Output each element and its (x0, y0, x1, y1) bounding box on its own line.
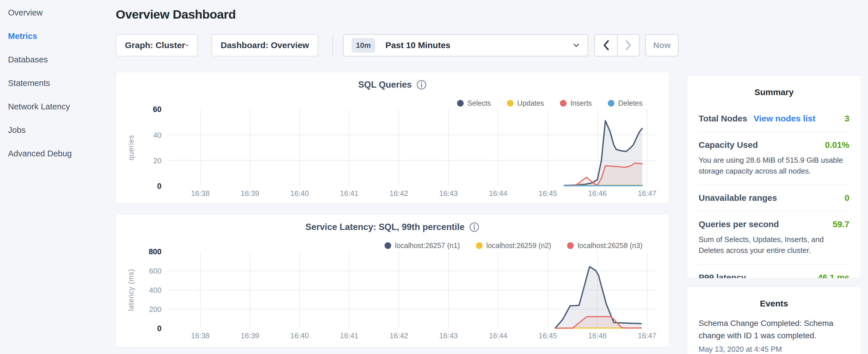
legend-item-localhost-26257-n1: localhost:26257 (n1) (384, 242, 460, 250)
summary-row-capacity-used: Capacity Used0.01%You are using 28.6 MiB… (699, 131, 849, 185)
summary-row-value: 0 (844, 193, 849, 203)
sidebar-item-overview[interactable]: Overview (8, 8, 116, 18)
svg-text:16:39: 16:39 (241, 189, 259, 197)
summary-row-description: Sum of Selects, Updates, Inserts, and De… (699, 234, 849, 256)
legend-dot (608, 100, 614, 106)
summary-row-value: 0.01% (825, 140, 849, 150)
sidebar-item-advanced-debug[interactable]: Advanced Debug (8, 149, 116, 158)
svg-text:16:47: 16:47 (638, 189, 656, 197)
svg-text:200: 200 (149, 305, 161, 313)
chevron-left-icon (602, 40, 610, 51)
summary-row-head: P99 latency46.1 ms (699, 273, 849, 279)
summary-row-label: Queries per second (699, 219, 779, 229)
event-timestamp: May 13, 2020 at 4:45 PM (699, 345, 849, 354)
chart-legend: SelectsUpdatesInsertsDeletes (457, 99, 643, 107)
svg-text:600: 600 (149, 267, 161, 275)
summary-card: Summary Total NodesView nodes list3Capac… (687, 75, 861, 279)
legend-label: localhost:26257 (n1) (395, 242, 460, 250)
legend-label: Deletes (618, 99, 643, 107)
legend-label: Selects (467, 99, 491, 107)
svg-text:queries: queries (127, 135, 135, 160)
sidebar-item-metrics[interactable]: Metrics (8, 32, 116, 41)
now-button[interactable]: Now (645, 34, 679, 57)
events-title: Events (699, 299, 849, 309)
svg-text:16:43: 16:43 (439, 332, 458, 340)
right-panel: Summary Total NodesView nodes list3Capac… (679, 0, 868, 354)
legend-dot (457, 100, 464, 106)
svg-text:16:40: 16:40 (290, 332, 309, 340)
chart-title: SQL Queries (358, 79, 412, 90)
events-list: Schema Change Completed: Schema change w… (699, 317, 849, 354)
summary-row-head: Capacity Used0.01% (699, 140, 849, 150)
svg-text:400: 400 (149, 286, 161, 294)
info-icon[interactable] (416, 79, 427, 90)
dashboard-dropdown-label: Dashboard: Overview (221, 40, 309, 50)
summary-row-head: Unavailable ranges0 (699, 193, 849, 203)
events-card: Events Schema Change Completed: Schema c… (687, 286, 861, 354)
legend-dot (384, 242, 391, 249)
time-range-badge: 10m (351, 38, 375, 53)
summary-row-head: Queries per second59.7 (699, 219, 849, 229)
legend-item-localhost-26259-n2: localhost:26259 (n2) (476, 242, 551, 250)
event-text: Schema Change Completed: Schema change w… (699, 317, 849, 342)
svg-text:16:47: 16:47 (638, 332, 656, 340)
legend-label: Updates (517, 99, 544, 107)
view-nodes-link[interactable]: View nodes list (753, 114, 815, 123)
svg-text:0: 0 (157, 324, 162, 333)
legend-label: localhost:26259 (n2) (486, 242, 551, 250)
legend-dot (507, 100, 514, 106)
legend-item-selects: Selects (457, 99, 491, 107)
chevron-right-icon (625, 40, 632, 51)
legend-dot (560, 100, 566, 106)
summary-row-description: You are using 28.6 MiB of 515.9 GiB usab… (699, 155, 849, 176)
prev-time-button[interactable] (595, 35, 617, 56)
summary-row-head: Total NodesView nodes list3 (699, 114, 849, 123)
sidebar-item-jobs[interactable]: Jobs (8, 125, 116, 135)
summary-row-value: 59.7 (833, 219, 849, 229)
chart-header: Service Latency: SQL, 99th percentile (116, 222, 669, 232)
summary-row-label: Unavailable ranges (699, 193, 777, 203)
svg-text:16:43: 16:43 (439, 189, 458, 197)
summary-row-label: P99 latency (699, 273, 746, 279)
svg-text:20: 20 (153, 157, 162, 165)
svg-text:0: 0 (157, 182, 162, 190)
svg-text:60: 60 (153, 105, 162, 114)
info-icon[interactable] (469, 222, 479, 232)
time-range-selector[interactable]: 10m Past 10 Minutes (343, 34, 588, 57)
summary-row-value: 3 (844, 114, 849, 123)
service-latency-chart-card: Service Latency: SQL, 99th percentile lo… (116, 214, 669, 347)
sidebar-item-databases[interactable]: Databases (8, 55, 116, 64)
chart-plot[interactable]: 16:3816:3916:4016:4116:4216:4316:4416:45… (116, 72, 669, 203)
svg-text:16:44: 16:44 (489, 189, 507, 197)
legend-label: localhost:26258 (n3) (578, 242, 643, 250)
svg-text:16:41: 16:41 (340, 332, 359, 340)
summary-row-unavailable-ranges: Unavailable ranges0 (699, 185, 849, 211)
chart-title: Service Latency: SQL, 99th percentile (306, 222, 465, 232)
time-range-label: Past 10 Minutes (385, 40, 563, 50)
main-content: Overview Dashboard Graph: Cluster Dashbo… (116, 0, 679, 354)
summary-title: Summary (699, 87, 849, 97)
svg-text:16:38: 16:38 (191, 332, 210, 340)
chevron-down-icon (185, 43, 189, 47)
summary-row-label: Total Nodes (699, 114, 747, 123)
sql-queries-chart-card: SQL Queries SelectsUpdatesInsertsDeletes… (116, 72, 669, 204)
legend-label: Inserts (570, 99, 592, 107)
chart-plot[interactable]: 16:3816:3916:4016:4116:4216:4316:4416:45… (116, 215, 669, 347)
graph-dropdown[interactable]: Graph: Cluster (116, 34, 198, 57)
legend-item-localhost-26258-n3: localhost:26258 (n3) (567, 242, 643, 250)
svg-text:40: 40 (153, 131, 162, 139)
legend-item-inserts: Inserts (560, 99, 592, 107)
sidebar-item-statements[interactable]: Statements (8, 78, 116, 88)
chevron-down-icon (573, 43, 580, 47)
next-time-button[interactable] (617, 35, 639, 56)
svg-text:16:46: 16:46 (588, 189, 607, 197)
event-item: Schema Change Completed: Schema change w… (699, 317, 849, 354)
sidebar-item-network-latency[interactable]: Network Latency (8, 102, 116, 111)
sidebar-nav: OverviewMetricsDatabasesStatementsNetwor… (0, 0, 116, 354)
dashboard-dropdown[interactable]: Dashboard: Overview (212, 34, 318, 57)
controls-bar: Graph: Cluster Dashboard: Overview 10m P… (116, 34, 679, 57)
summary-row-label: Capacity Used (699, 140, 758, 150)
svg-text:16:45: 16:45 (538, 189, 557, 197)
summary-row-total-nodes: Total NodesView nodes list3 (699, 106, 849, 131)
legend-dot (567, 242, 574, 249)
